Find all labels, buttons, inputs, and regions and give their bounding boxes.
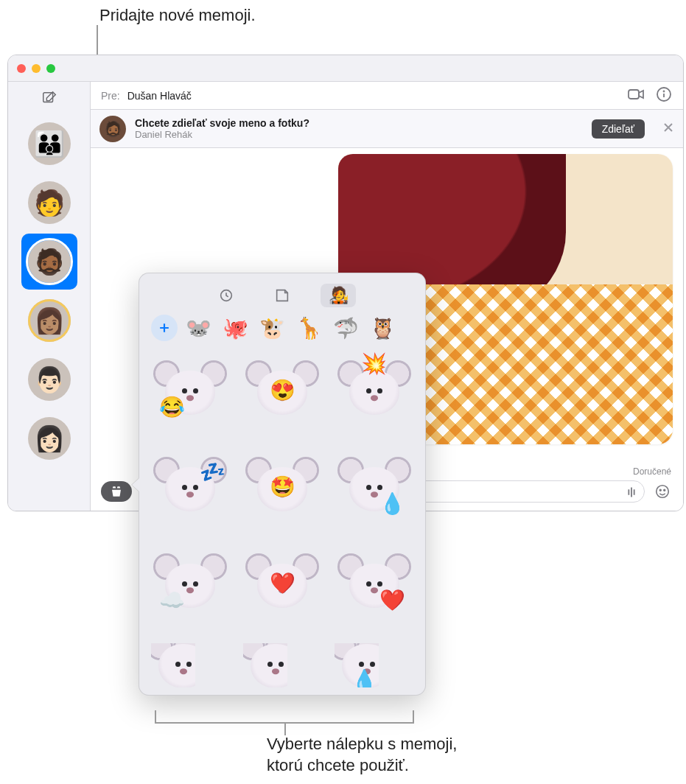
avatar: 👩🏻 [28,417,71,460]
avatar: 👩🏽 [28,299,71,342]
tab-memoji[interactable]: 🧑‍🎤 [321,284,356,307]
svg-point-5 [657,486,669,498]
compose-button[interactable] [36,88,63,108]
memoji-popover: 🧑‍🎤 🐭🐙🐮🦒🦈🦉 😂😍💥💤🤩💧☁️❤️❤️💧 [139,273,426,696]
apps-button[interactable] [101,481,132,502]
popover-arrow [132,478,139,491]
to-label: Pre: [101,90,120,102]
sticker-mouse-mind-blown[interactable]: 💥 [335,354,413,433]
popover-tabs: 🧑‍🎤 [151,284,413,307]
window-zoom-button[interactable] [46,64,55,73]
emoji-picker-icon[interactable] [652,481,673,502]
sticker-mouse-sleep[interactable]: 💤 [151,451,230,530]
share-button[interactable]: Zdieľať [592,119,645,139]
to-bar: Pre: Dušan Hlaváč [91,82,683,110]
thread-contact-blue[interactable]: 👨🏻 [21,351,77,407]
banner-close-icon[interactable] [662,122,674,136]
add-memoji-button[interactable] [151,315,178,341]
svg-point-7 [664,489,665,491]
svg-point-6 [659,489,661,491]
facetime-video-icon[interactable] [627,85,645,106]
delivered-status: Doručené [633,466,671,477]
avatar: 👨🏻 [28,358,71,401]
window-minimize-button[interactable] [32,64,41,73]
sticker-mouse-tear[interactable]: 💧 [335,451,413,530]
share-name-banner: 🧔🏾 Chcete zdieľať svoje meno a fotku? Da… [91,110,683,148]
audio-record-icon[interactable] [623,484,640,500]
info-icon[interactable] [655,85,673,106]
memoji-head-0[interactable]: 🐭 [185,315,211,341]
sticker-mouse-hearts[interactable]: ❤️ [243,547,322,626]
memoji-head-3[interactable]: 🦒 [295,315,322,341]
thread-group-thread[interactable]: 👪 [21,116,77,172]
window-close-button[interactable] [17,64,26,73]
svg-rect-1 [629,90,639,99]
memoji-head-5[interactable]: 🦉 [369,315,396,341]
thread-contact-ring[interactable]: 👩🏽 [21,293,77,349]
sticker-mouse-heart-eyes[interactable]: 😍 [243,354,322,433]
window-titlebar [8,55,683,82]
tab-recent[interactable] [209,284,244,307]
sticker-mouse-cloud[interactable]: ☁️ [151,547,230,626]
tab-stickers[interactable] [265,284,300,307]
callout-bracket [155,710,414,724]
banner-subtitle: Daniel Rehák [135,129,309,140]
sticker-mouse-laugh-cry[interactable]: 😂 [151,354,230,433]
thread-contact-pink[interactable]: 🧑 [21,175,77,231]
svg-point-4 [664,91,665,91]
banner-question: Chcete zdieľať svoje meno a fotku? [135,117,309,129]
sticker-mouse-starstruck[interactable]: 🤩 [243,451,322,530]
avatar: 🧑 [28,181,71,224]
callout-select-sticker: Vyberte nálepku s memoji, ktorú chcete p… [267,734,457,776]
memoji-character-row: 🐭🐙🐮🦒🦈🦉 [151,315,413,341]
avatar: 🧔🏾 [28,240,71,283]
memoji-head-2[interactable]: 🐮 [259,315,285,341]
traffic-lights [17,64,55,73]
avatar: 👪 [28,122,71,165]
sticker-mouse-heart-cheek[interactable]: ❤️ [335,547,413,626]
sticker-mouse-neutral[interactable] [151,643,195,687]
sticker-mouse-angry[interactable] [243,643,287,687]
memoji-tab-icon: 🧑‍🎤 [329,286,349,305]
conversations-sidebar: 👪🧑🧔🏾👩🏽👨🏻👩🏻 [8,82,91,511]
sticker-grid: 😂😍💥💤🤩💧☁️❤️❤️💧 [151,354,413,687]
sticker-mouse-sweat[interactable]: 💧 [335,643,379,687]
callout-add-memoji: Pridajte nové memoji. [99,6,256,25]
banner-avatar: 🧔🏾 [99,116,126,142]
memoji-head-4[interactable]: 🦈 [332,315,359,341]
thread-contact-magenta[interactable]: 👩🏻 [21,410,77,466]
recipient-name: Dušan Hlaváč [127,90,192,102]
memoji-head-1[interactable]: 🐙 [222,315,248,341]
thread-contact-memoji[interactable]: 🧔🏾 [21,234,77,290]
